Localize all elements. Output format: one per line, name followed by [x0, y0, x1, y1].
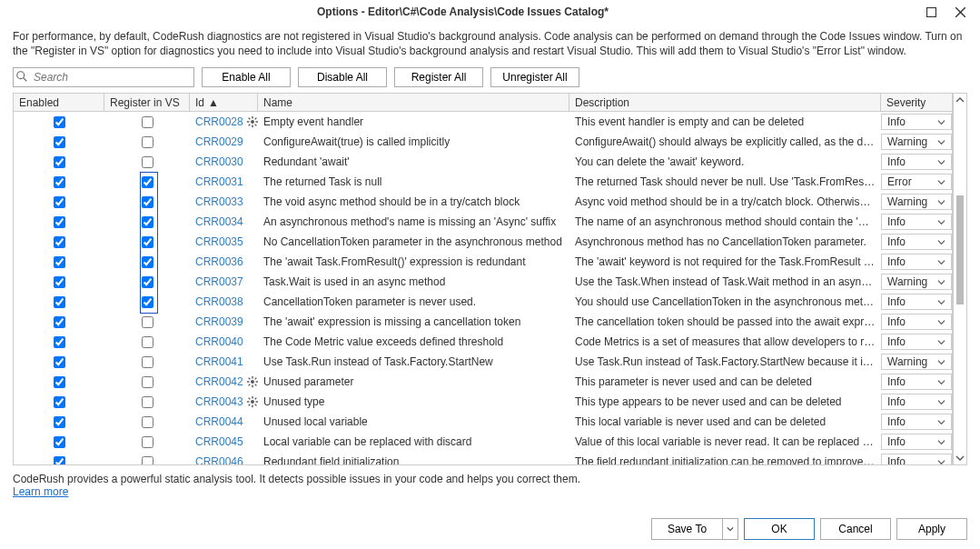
enabled-checkbox[interactable]: [54, 156, 65, 168]
chevron-down-icon[interactable]: [937, 458, 945, 465]
severity-dropdown[interactable]: Info: [881, 434, 952, 450]
table-row[interactable]: CRR0041Use Task.Run instead of Task.Fact…: [14, 352, 952, 372]
enabled-checkbox[interactable]: [54, 376, 65, 388]
chevron-down-icon[interactable]: [937, 178, 945, 186]
issue-id-link[interactable]: CRR0031: [195, 175, 243, 188]
register-checkbox[interactable]: [142, 316, 153, 328]
register-checkbox[interactable]: [142, 116, 153, 128]
enabled-checkbox[interactable]: [54, 356, 65, 368]
enabled-checkbox[interactable]: [54, 276, 65, 288]
issue-id-link[interactable]: CRR0039: [195, 315, 243, 328]
issue-id-link[interactable]: CRR0046: [195, 455, 243, 464]
severity-dropdown[interactable]: Info: [881, 254, 952, 270]
table-row[interactable]: CRR0030Redundant 'await'You can delete t…: [14, 152, 952, 172]
chevron-down-icon[interactable]: [937, 358, 945, 366]
register-checkbox[interactable]: [142, 456, 153, 465]
table-row[interactable]: CRR0029ConfigureAwait(true) is called im…: [14, 132, 952, 152]
enabled-checkbox[interactable]: [54, 316, 65, 328]
chevron-down-icon[interactable]: [937, 238, 945, 246]
header-description[interactable]: Description: [569, 94, 881, 111]
enabled-checkbox[interactable]: [54, 336, 65, 348]
header-id[interactable]: Id▲: [190, 94, 258, 111]
severity-dropdown[interactable]: Info: [881, 234, 952, 250]
chevron-down-icon[interactable]: [937, 298, 945, 306]
apply-button[interactable]: Apply: [896, 518, 967, 540]
severity-dropdown[interactable]: Info: [881, 154, 952, 170]
table-row[interactable]: CRR0038CancellationToken parameter is ne…: [14, 292, 952, 312]
register-checkbox[interactable]: [142, 216, 153, 228]
cancel-button[interactable]: Cancel: [820, 518, 891, 540]
register-checkbox[interactable]: [142, 416, 153, 428]
issue-id-link[interactable]: CRR0045: [195, 435, 243, 448]
unregister-all-button[interactable]: Unregister All: [490, 67, 579, 87]
severity-dropdown[interactable]: Info: [881, 334, 952, 350]
chevron-down-icon[interactable]: [937, 318, 945, 326]
vertical-scrollbar[interactable]: [953, 93, 967, 465]
enabled-checkbox[interactable]: [54, 196, 65, 208]
register-checkbox[interactable]: [142, 356, 153, 368]
chevron-down-icon[interactable]: [937, 218, 945, 226]
close-icon[interactable]: [947, 4, 973, 20]
issue-id-link[interactable]: CRR0043: [195, 395, 243, 408]
chevron-down-icon[interactable]: [937, 378, 945, 386]
chevron-down-icon[interactable]: [937, 418, 945, 426]
register-checkbox[interactable]: [142, 196, 153, 208]
issue-id-link[interactable]: CRR0030: [195, 155, 243, 168]
severity-dropdown[interactable]: Info: [881, 374, 952, 390]
enabled-checkbox[interactable]: [54, 116, 65, 128]
enabled-checkbox[interactable]: [54, 136, 65, 148]
issue-id-link[interactable]: CRR0036: [195, 255, 243, 268]
issue-id-link[interactable]: CRR0037: [195, 275, 243, 288]
scrollbar-thumb[interactable]: [956, 195, 964, 304]
severity-dropdown[interactable]: Warning: [881, 134, 952, 150]
chevron-down-icon[interactable]: [937, 438, 945, 446]
issue-id-link[interactable]: CRR0042: [195, 375, 243, 388]
enabled-checkbox[interactable]: [54, 456, 65, 465]
severity-dropdown[interactable]: Info: [881, 394, 952, 410]
scroll-down-icon[interactable]: [955, 454, 965, 463]
chevron-down-icon[interactable]: [937, 138, 945, 146]
chevron-down-icon[interactable]: [937, 158, 945, 166]
severity-dropdown[interactable]: Info: [881, 294, 952, 310]
table-row[interactable]: CRR0040The Code Metric value exceeds def…: [14, 332, 952, 352]
enable-all-button[interactable]: Enable All: [202, 67, 291, 87]
issue-id-link[interactable]: CRR0035: [195, 235, 243, 248]
register-checkbox[interactable]: [142, 136, 153, 148]
enabled-checkbox[interactable]: [54, 396, 65, 408]
save-to-dropdown[interactable]: [722, 518, 738, 540]
severity-dropdown[interactable]: Error: [881, 174, 952, 190]
issue-id-link[interactable]: CRR0044: [195, 415, 243, 428]
table-row[interactable]: CRR0033The void async method should be i…: [14, 192, 952, 212]
search-input[interactable]: [13, 67, 194, 87]
enabled-checkbox[interactable]: [54, 216, 65, 228]
enabled-checkbox[interactable]: [54, 436, 65, 448]
maximize-icon[interactable]: [918, 4, 944, 20]
enabled-checkbox[interactable]: [54, 176, 65, 188]
table-row[interactable]: CRR0031The returned Task is nullThe retu…: [14, 172, 952, 192]
chevron-down-icon[interactable]: [937, 198, 945, 206]
disable-all-button[interactable]: Disable All: [298, 67, 387, 87]
severity-dropdown[interactable]: Info: [881, 414, 952, 430]
header-register[interactable]: Register in VS: [104, 94, 190, 111]
register-checkbox[interactable]: [142, 256, 153, 268]
register-checkbox[interactable]: [142, 376, 153, 388]
table-row[interactable]: CRR0044Unused local variableThis local v…: [14, 412, 952, 432]
register-checkbox[interactable]: [142, 276, 153, 288]
table-row[interactable]: CRR0035No CancellationToken parameter in…: [14, 232, 952, 252]
register-checkbox[interactable]: [142, 236, 153, 248]
register-checkbox[interactable]: [142, 296, 153, 308]
issue-id-link[interactable]: CRR0041: [195, 355, 243, 368]
table-row[interactable]: CRR0042Unused parameterThis parameter is…: [14, 372, 952, 392]
table-row[interactable]: CRR0046Redundant field initializationThe…: [14, 452, 952, 464]
chevron-down-icon[interactable]: [937, 278, 945, 286]
scroll-up-icon[interactable]: [955, 95, 965, 105]
enabled-checkbox[interactable]: [54, 236, 65, 248]
table-row[interactable]: CRR0036The 'await Task.FromResult()' exp…: [14, 252, 952, 272]
issue-id-link[interactable]: CRR0028: [195, 115, 243, 128]
register-checkbox[interactable]: [142, 156, 153, 168]
register-checkbox[interactable]: [142, 176, 153, 188]
issue-id-link[interactable]: CRR0040: [195, 335, 243, 348]
chevron-down-icon[interactable]: [937, 118, 945, 126]
register-checkbox[interactable]: [142, 396, 153, 408]
register-checkbox[interactable]: [142, 336, 153, 348]
